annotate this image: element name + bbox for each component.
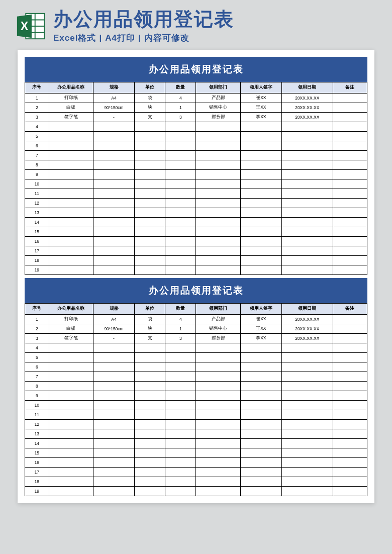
- cell-note: [333, 112, 367, 122]
- cell-name: [49, 141, 93, 150]
- cell-unit: [134, 160, 165, 169]
- cell-name: [49, 131, 93, 141]
- cell-note: [333, 236, 367, 246]
- cell-spec: [93, 227, 135, 236]
- cell-seq: 8: [25, 160, 49, 169]
- cell-name: [49, 486, 93, 496]
- cell-spec: [93, 141, 135, 150]
- cell-dept: [196, 141, 241, 150]
- cell-spec: [93, 160, 135, 169]
- cell-qty: [165, 160, 196, 169]
- cell-date: [281, 391, 333, 400]
- cell-dept: [196, 246, 241, 255]
- cell-date: [281, 457, 333, 467]
- cell-spec: [93, 246, 135, 255]
- cell-date: 20XX.XX.XX: [281, 324, 333, 333]
- cell-dept: [196, 410, 241, 419]
- table-row: 19: [25, 265, 367, 274]
- cell-date: 20XX.XX.XX: [281, 112, 333, 122]
- cell-qty: 1: [165, 103, 196, 112]
- table-row: 5: [25, 352, 367, 362]
- cell-sig: [240, 255, 281, 265]
- cell-qty: [165, 372, 196, 381]
- cell-note: [333, 343, 367, 352]
- block-title: 办公用品领用登记表: [25, 57, 367, 82]
- cell-sig: 李XX: [240, 112, 281, 122]
- cell-note: [333, 93, 367, 103]
- cell-name: [49, 150, 93, 160]
- cell-qty: [165, 343, 196, 352]
- cell-name: [49, 391, 93, 400]
- cell-date: [281, 189, 333, 198]
- cell-date: [281, 372, 333, 381]
- col-header-7: 领用日期: [281, 303, 333, 314]
- cell-spec: [93, 429, 135, 438]
- cell-seq: 5: [25, 131, 49, 141]
- cell-sig: 崔XX: [240, 314, 281, 324]
- cell-qty: [165, 467, 196, 477]
- cell-unit: [134, 236, 165, 246]
- cell-note: [333, 227, 367, 236]
- top-banner: X 办公用品领用登记表 Excel格式|A4打印|内容可修改: [0, 0, 392, 50]
- cell-seq: 12: [25, 198, 49, 208]
- cell-sig: [240, 227, 281, 236]
- cell-unit: 支: [134, 333, 165, 343]
- table-row: 3签字笔-支3财务部李XX20XX.XX.XX: [25, 333, 367, 343]
- cell-sig: [240, 352, 281, 362]
- table-row: 11: [25, 410, 367, 419]
- table-row: 1打印纸A4袋4产品部崔XX20XX.XX.XX: [25, 93, 367, 103]
- cell-name: [49, 217, 93, 227]
- cell-seq: 17: [25, 246, 49, 255]
- cell-sig: [240, 150, 281, 160]
- cell-name: [49, 429, 93, 438]
- cell-date: [281, 141, 333, 150]
- cell-unit: 块: [134, 103, 165, 112]
- cell-name: [49, 189, 93, 198]
- cell-dept: [196, 429, 241, 438]
- cell-date: 20XX.XX.XX: [281, 333, 333, 343]
- cell-note: [333, 179, 367, 189]
- cell-note: [333, 457, 367, 467]
- cell-date: [281, 477, 333, 486]
- cell-dept: 销售中心: [196, 324, 241, 333]
- cell-spec: 90*150cm: [93, 324, 135, 333]
- col-header-7: 领用日期: [281, 82, 333, 93]
- cell-qty: [165, 150, 196, 160]
- cell-spec: [93, 169, 135, 179]
- cell-date: [281, 198, 333, 208]
- cell-seq: 11: [25, 189, 49, 198]
- col-header-8: 备注: [333, 82, 367, 93]
- col-header-6: 领用人签字: [240, 82, 281, 93]
- cell-date: [281, 246, 333, 255]
- cell-date: [281, 467, 333, 477]
- cell-spec: [93, 362, 135, 372]
- register-table: 序号办公用品名称规格单位数量领用部门领用人签字领用日期备注 1打印纸A4袋4产品…: [25, 82, 367, 275]
- cell-dept: [196, 372, 241, 381]
- cell-spec: [93, 265, 135, 274]
- cell-sig: [240, 429, 281, 438]
- cell-name: [49, 236, 93, 246]
- cell-seq: 7: [25, 372, 49, 381]
- cell-dept: [196, 362, 241, 372]
- cell-dept: [196, 122, 241, 131]
- cell-spec: [93, 457, 135, 467]
- cell-unit: [134, 131, 165, 141]
- cell-name: [49, 208, 93, 217]
- cell-seq: 3: [25, 333, 49, 343]
- cell-dept: [196, 236, 241, 246]
- table-row: 5: [25, 131, 367, 141]
- cell-sig: [240, 343, 281, 352]
- cell-dept: [196, 477, 241, 486]
- cell-qty: [165, 391, 196, 400]
- cell-seq: 6: [25, 362, 49, 372]
- table-row: 6: [25, 141, 367, 150]
- block-title: 办公用品领用登记表: [25, 278, 367, 303]
- cell-qty: [165, 141, 196, 150]
- cell-date: [281, 208, 333, 217]
- cell-name: [49, 255, 93, 265]
- cell-spec: [93, 208, 135, 217]
- table-row: 2白板90*150cm块1销售中心王XX20XX.XX.XX: [25, 324, 367, 333]
- cell-qty: [165, 217, 196, 227]
- cell-unit: [134, 246, 165, 255]
- cell-note: [333, 467, 367, 477]
